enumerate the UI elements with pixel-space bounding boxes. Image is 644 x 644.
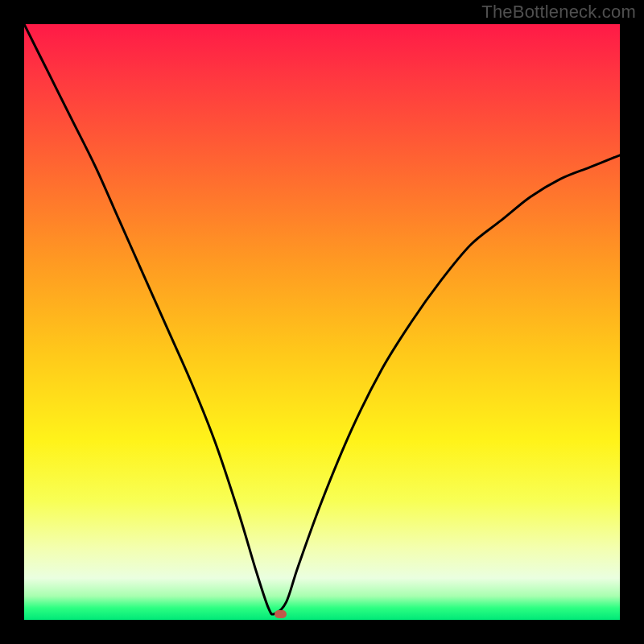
optimum-marker bbox=[275, 610, 287, 618]
watermark-text: TheBottleneck.com bbox=[481, 2, 636, 23]
chart-frame: TheBottleneck.com bbox=[0, 0, 644, 644]
bottleneck-curve bbox=[24, 24, 620, 620]
plot-area bbox=[24, 24, 620, 620]
